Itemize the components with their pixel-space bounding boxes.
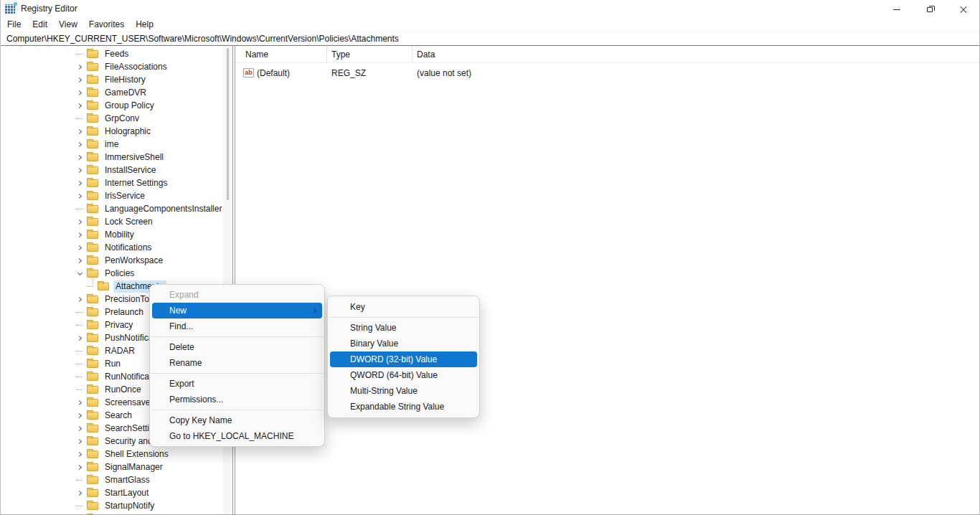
tree-item-startupnotify[interactable]: StartupNotify xyxy=(1,499,223,512)
menu-file[interactable]: File xyxy=(2,18,26,31)
minimize-icon xyxy=(893,9,900,10)
tree-item-label: Mobility xyxy=(105,229,136,241)
tree-connector xyxy=(85,280,96,293)
restore-button[interactable] xyxy=(913,0,946,19)
window-controls xyxy=(880,0,979,19)
folder-icon xyxy=(87,205,98,213)
tree-item-internet-settings[interactable]: Internet Settings xyxy=(1,176,223,189)
tree-item-holographic[interactable]: Holographic xyxy=(1,125,223,138)
chevron-right-icon[interactable] xyxy=(75,73,85,86)
chevron-right-icon[interactable] xyxy=(75,241,85,254)
chevron-right-icon[interactable] xyxy=(75,125,85,138)
folder-icon xyxy=(87,334,98,342)
chevron-right-icon[interactable] xyxy=(75,448,85,460)
tree-item-languagecomponentsinstaller[interactable]: LanguageComponentsInstaller xyxy=(1,202,223,215)
tree-item-group-policy[interactable]: Group Policy xyxy=(1,99,223,112)
tree-item-grpconv[interactable]: GrpConv xyxy=(1,112,223,125)
titlebar: Registry Editor xyxy=(1,0,979,17)
column-header-name[interactable]: Name xyxy=(235,46,327,62)
tree-item-shell-extensions[interactable]: Shell Extensions xyxy=(1,448,223,460)
address-bar[interactable]: Computer\HKEY_CURRENT_USER\Software\Micr… xyxy=(1,32,979,45)
column-header-type[interactable]: Type xyxy=(327,46,413,62)
values-panel: NameTypeData ab(Default)REG_SZ(value not… xyxy=(235,46,979,514)
chevron-right-icon[interactable] xyxy=(75,254,85,267)
tree-item-item[interactable] xyxy=(1,512,223,514)
tree-item-label: IrisService xyxy=(105,190,147,202)
submenu-item-string-value[interactable]: String Value xyxy=(328,320,479,336)
chevron-right-icon[interactable] xyxy=(75,60,85,73)
minimize-button[interactable] xyxy=(880,0,913,19)
context-menu-item-delete[interactable]: Delete xyxy=(150,339,324,355)
tree-item-label: StartLayout xyxy=(105,487,151,499)
menu-view[interactable]: View xyxy=(54,18,83,31)
tree-item-startlayout[interactable]: StartLayout xyxy=(1,486,223,499)
tree-item-lock-screen[interactable]: Lock Screen xyxy=(1,215,223,228)
chevron-right-icon[interactable] xyxy=(75,189,85,202)
tree-item-smartglass[interactable]: SmartGlass xyxy=(1,473,223,486)
tree-item-fileassociations[interactable]: FileAssociations xyxy=(1,60,223,73)
tree-item-installservice[interactable]: InstallService xyxy=(1,164,223,176)
chevron-right-icon[interactable] xyxy=(75,151,85,164)
folder-icon xyxy=(87,502,98,510)
submenu-item-key[interactable]: Key xyxy=(328,299,479,315)
submenu-item-expandable-string-value[interactable]: Expandable String Value xyxy=(328,399,479,415)
chevron-right-icon[interactable] xyxy=(75,460,85,473)
tree-item-signalmanager[interactable]: SignalManager xyxy=(1,460,223,473)
submenu-item-dword-32-bit-value[interactable]: DWORD (32-bit) Value xyxy=(330,351,477,367)
chevron-right-icon[interactable] xyxy=(75,409,85,422)
close-icon xyxy=(959,6,967,14)
tree-item-feeds[interactable]: Feeds xyxy=(1,47,223,60)
tree-item-irisservice[interactable]: IrisService xyxy=(1,189,223,202)
tree-scrollbar-thumb[interactable] xyxy=(227,48,229,200)
tree-item-immersiveshell[interactable]: ImmersiveShell xyxy=(1,151,223,164)
column-header-data[interactable]: Data xyxy=(413,46,979,62)
submenu-item-qword-64-bit-value[interactable]: QWORD (64-bit) Value xyxy=(328,367,479,383)
menu-favorites[interactable]: Favorites xyxy=(84,18,129,31)
tree-item-label: GrpConv xyxy=(105,113,141,125)
tree-connector xyxy=(75,344,85,357)
context-menu-item-go-to-hkey-local-machine[interactable]: Go to HKEY_LOCAL_MACHINE xyxy=(150,428,324,444)
chevron-right-icon[interactable] xyxy=(75,215,85,228)
chevron-right-icon[interactable] xyxy=(75,86,85,99)
folder-icon xyxy=(87,308,98,316)
folder-icon xyxy=(87,179,98,187)
menu-edit[interactable]: Edit xyxy=(27,18,52,31)
context-menu-item-permissions[interactable]: Permissions... xyxy=(150,392,324,407)
context-menu-item-new[interactable]: New xyxy=(152,303,322,318)
menu-separator xyxy=(151,336,324,337)
chevron-right-icon[interactable] xyxy=(75,293,85,306)
tree-item-label: FileHistory xyxy=(105,74,148,86)
chevron-right-icon[interactable] xyxy=(75,396,85,409)
tree-connector xyxy=(75,306,85,318)
folder-icon xyxy=(87,63,98,71)
submenu-item-multi-string-value[interactable]: Multi-String Value xyxy=(328,383,479,399)
chevron-right-icon[interactable] xyxy=(75,486,85,499)
context-menu-item-rename[interactable]: Rename xyxy=(150,355,324,371)
tree-item-policies[interactable]: Policies xyxy=(1,267,223,280)
chevron-right-icon[interactable] xyxy=(75,138,85,151)
chevron-right-icon[interactable] xyxy=(75,228,85,241)
tree-item-mobility[interactable]: Mobility xyxy=(1,228,223,241)
chevron-right-icon[interactable] xyxy=(75,331,85,344)
chevron-right-icon[interactable] xyxy=(75,176,85,189)
submenu-item-binary-value[interactable]: Binary Value xyxy=(328,336,479,351)
tree-item-ime[interactable]: ime xyxy=(1,138,223,151)
context-menu-item-copy-key-name[interactable]: Copy Key Name xyxy=(150,412,324,428)
chevron-down-icon[interactable] xyxy=(75,267,85,280)
value-row-default[interactable]: ab(Default)REG_SZ(value not set) xyxy=(235,66,979,80)
folder-icon xyxy=(87,476,98,484)
context-menu-item-find[interactable]: Find... xyxy=(150,318,324,334)
tree-item-filehistory[interactable]: FileHistory xyxy=(1,73,223,86)
menu-help[interactable]: Help xyxy=(131,18,159,31)
folder-icon xyxy=(87,438,98,445)
tree-item-penworkspace[interactable]: PenWorkspace xyxy=(1,254,223,267)
context-menu-item-export[interactable]: Export xyxy=(150,376,324,392)
tree-item-gamedvr[interactable]: GameDVR xyxy=(1,86,223,99)
chevron-right-icon[interactable] xyxy=(75,164,85,176)
folder-icon xyxy=(87,115,98,123)
chevron-right-icon[interactable] xyxy=(75,99,85,112)
tree-item-notifications[interactable]: Notifications xyxy=(1,241,223,254)
chevron-right-icon[interactable] xyxy=(75,435,85,448)
close-button[interactable] xyxy=(946,0,979,19)
chevron-right-icon[interactable] xyxy=(75,422,85,435)
